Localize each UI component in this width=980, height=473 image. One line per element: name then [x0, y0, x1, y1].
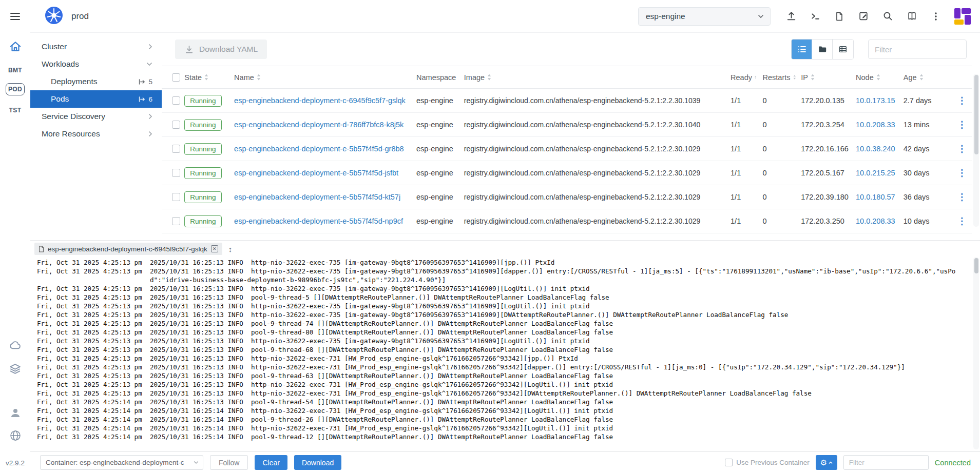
row-checkbox[interactable] — [172, 169, 180, 177]
layers-icon[interactable] — [9, 362, 22, 375]
container-select[interactable]: Container: esp-enginebackend-deployment-… — [40, 455, 203, 470]
close-icon[interactable]: ✕ — [211, 245, 218, 252]
chevron-right-icon — [148, 131, 152, 137]
sort-icon — [876, 74, 880, 81]
home-icon[interactable] — [9, 40, 22, 53]
row-menu-icon[interactable]: ⋮ — [957, 144, 967, 154]
table-scrollbar[interactable] — [973, 74, 979, 227]
globe-icon[interactable] — [9, 429, 22, 442]
row-menu-icon[interactable]: ⋮ — [957, 168, 967, 178]
header-age[interactable]: Age — [900, 66, 952, 89]
folder-view-toggle[interactable] — [812, 40, 833, 59]
row-checkbox[interactable] — [172, 96, 180, 105]
rail-item-tst[interactable]: TST — [9, 107, 22, 114]
age-cell: 13 mins — [900, 113, 952, 137]
row-checkbox[interactable] — [172, 145, 180, 153]
table-row[interactable]: Running esp-enginebackend-deployment-c-6… — [162, 89, 972, 113]
use-previous-container-toggle[interactable]: Use Previous Container — [725, 459, 810, 466]
container-select-value: Container: esp-enginebackend-deployment-… — [46, 459, 184, 466]
search-icon[interactable] — [877, 6, 898, 27]
namespace-cell: esp-engine — [413, 209, 461, 233]
resize-panel-icon[interactable]: ↕ — [228, 245, 233, 253]
table-row[interactable]: Running esp-enginebackend-deployment-e-5… — [162, 185, 972, 209]
cloud-icon[interactable] — [9, 339, 22, 352]
table-row[interactable]: Running esp-enginebackend-deployment-e-5… — [162, 161, 972, 185]
follow-button[interactable]: Follow — [210, 455, 248, 470]
sidebar-item-cluster[interactable]: Cluster — [30, 38, 162, 55]
log-lines[interactable]: Fri, Oct 31 2025 4:25:13 pm 2025/10/31 1… — [30, 255, 980, 451]
file-icon — [39, 246, 44, 252]
file-icon[interactable] — [829, 6, 850, 27]
pod-name-link[interactable]: esp-enginebackend-deployment-e-5b57f4f5d… — [234, 145, 404, 153]
list-view-icon — [797, 44, 807, 54]
more-menu-icon[interactable] — [925, 6, 947, 27]
log-line: Fri, Oct 31 2025 4:25:14 pm 2025/10/31 1… — [37, 424, 969, 432]
header-restarts[interactable]: Restarts — [760, 66, 799, 89]
pod-name-link[interactable]: esp-enginebackend-deployment-c-6945f9c5f… — [234, 96, 406, 105]
scrollbar-thumb[interactable] — [974, 258, 978, 273]
sort-icon — [755, 74, 757, 81]
header-state[interactable]: State — [181, 66, 231, 89]
terminal-icon[interactable] — [804, 6, 826, 27]
rail-item-pod[interactable]: POD — [6, 83, 25, 95]
pod-name-link[interactable]: esp-enginebackend-deployment-d-786ff7bfc… — [234, 121, 403, 129]
download-button[interactable]: Download — [294, 455, 341, 470]
clear-button[interactable]: Clear — [255, 455, 287, 470]
table-row[interactable]: Running esp-enginebackend-deployment-d-7… — [162, 113, 972, 137]
log-scrollbar[interactable] — [973, 257, 979, 449]
row-menu-icon[interactable]: ⋮ — [957, 120, 967, 130]
header-ready[interactable]: Ready — [727, 66, 760, 89]
pod-name-link[interactable]: esp-enginebackend-deployment-e-5b57f4f5d… — [234, 193, 400, 201]
use-previous-container-checkbox[interactable] — [725, 459, 733, 466]
log-settings-button[interactable]: ⚙ — [816, 455, 837, 470]
sidebar-item-pods[interactable]: Pods 6 — [30, 90, 162, 108]
log-line: Fri, Oct 31 2025 4:25:13 pm 2025/10/31 1… — [37, 310, 969, 319]
log-line: Fri, Oct 31 2025 4:25:14 pm 2025/10/31 1… — [37, 432, 969, 441]
age-cell: 42 days — [900, 137, 952, 161]
scrollbar-thumb[interactable] — [974, 75, 978, 154]
log-filter-input[interactable] — [843, 455, 929, 470]
create-resource-icon[interactable] — [853, 6, 874, 27]
table-row[interactable]: Running esp-enginebackend-deployment-e-5… — [162, 209, 972, 233]
node-link[interactable]: 10.0.208.33 — [856, 121, 895, 129]
table-view-toggle[interactable] — [833, 40, 853, 59]
row-menu-icon[interactable]: ⋮ — [957, 216, 967, 226]
node-link[interactable]: 10.0.180.57 — [856, 193, 895, 201]
row-menu-icon[interactable]: ⋮ — [957, 95, 967, 106]
namespace-select[interactable]: esp-engine — [638, 7, 771, 26]
list-view-toggle[interactable] — [792, 40, 812, 59]
cluster-name: prod — [71, 11, 89, 22]
download-yaml-button[interactable]: Download YAML — [175, 40, 267, 59]
node-link[interactable]: 10.0.208.33 — [856, 217, 895, 225]
header-name[interactable]: Name — [231, 66, 413, 89]
node-link[interactable]: 10.0.173.15 — [856, 96, 895, 105]
node-link[interactable]: 10.0.38.240 — [856, 145, 895, 153]
sidebar-item-service-discovery[interactable]: Service Discovery — [30, 108, 162, 125]
row-menu-icon[interactable]: ⋮ — [957, 192, 967, 202]
age-cell: 2.7 days — [900, 89, 952, 113]
row-checkbox[interactable] — [172, 193, 180, 201]
rail-item-bmt[interactable]: BMT — [8, 67, 22, 74]
sidebar-item-more-resources[interactable]: More Resources — [30, 125, 162, 143]
table-filter-input[interactable] — [868, 40, 967, 59]
header-node[interactable]: Node — [853, 66, 900, 89]
row-checkbox[interactable] — [172, 217, 180, 225]
hamburger-menu-icon[interactable] — [10, 0, 20, 33]
user-icon[interactable] — [9, 407, 22, 419]
upload-icon[interactable] — [780, 6, 802, 27]
pod-name-link[interactable]: esp-enginebackend-deployment-e-5b57f4f5d… — [234, 217, 403, 225]
header-image[interactable]: Image — [461, 66, 727, 89]
sidebar-item-deployments[interactable]: Deployments 5 — [30, 73, 162, 90]
header-namespace[interactable]: Namespace — [413, 66, 461, 89]
log-tab[interactable]: esp-enginebackend-deployment-c-6945f9c5f… — [34, 243, 222, 255]
header-ip[interactable]: IP — [799, 66, 853, 89]
sidebar-item-workloads[interactable]: Workloads — [30, 55, 162, 73]
select-all-checkbox[interactable] — [172, 73, 180, 82]
docs-book-icon[interactable] — [901, 6, 923, 27]
node-link[interactable]: 10.0.215.25 — [856, 169, 895, 177]
table-row[interactable]: Running esp-enginebackend-deployment-e-5… — [162, 137, 972, 161]
image-cell: registry.digiwincloud.com.cn/athena/esp-… — [461, 89, 727, 113]
pod-name-link[interactable]: esp-enginebackend-deployment-e-5b57f4f5d… — [234, 169, 398, 177]
row-checkbox[interactable] — [172, 121, 180, 129]
ready-cell: 1/1 — [727, 185, 760, 209]
